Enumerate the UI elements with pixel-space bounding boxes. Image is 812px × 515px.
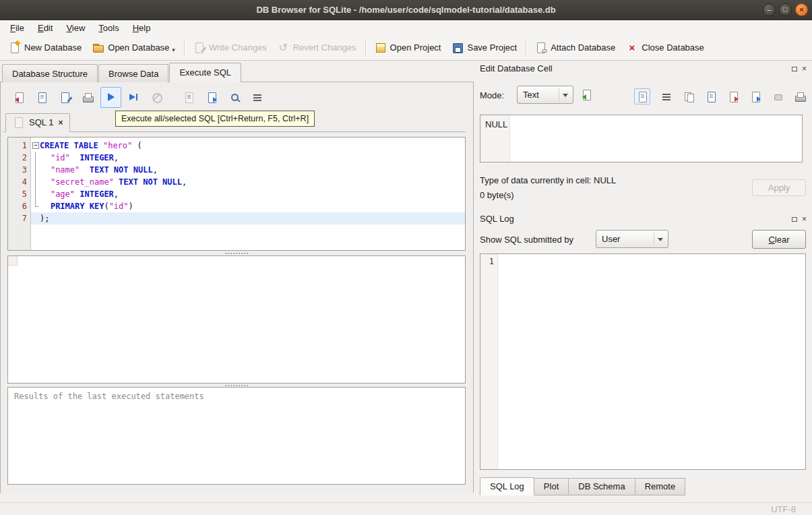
close-window-icon[interactable]: × xyxy=(795,3,808,16)
attach-database-icon xyxy=(535,42,546,53)
save-results-button[interactable] xyxy=(179,87,199,108)
sql-tab-label: SQL 1 xyxy=(29,117,53,127)
menu-file[interactable]: File xyxy=(4,22,30,34)
new-database-icon xyxy=(9,42,20,53)
cell-print-icon[interactable] xyxy=(794,91,806,102)
export-results-icon xyxy=(206,92,218,103)
encoding-label: UTF-8 xyxy=(771,504,796,514)
sql-log-title: SQL Log xyxy=(480,214,514,224)
write-changes-button[interactable]: Write Changes xyxy=(188,38,272,57)
execute-tooltip: Execute all/selected SQL [Ctrl+Return, F… xyxy=(115,111,315,127)
open-database-button[interactable]: Open Database ▾ xyxy=(87,38,181,57)
menu-view[interactable]: View xyxy=(60,22,91,34)
log-filter-select[interactable]: User xyxy=(596,230,668,248)
menu-bar: File Edit View Tools Help xyxy=(0,20,812,35)
results-placeholder: Results of the last executed statements xyxy=(14,392,204,401)
save-project-button[interactable]: Save Project xyxy=(446,38,522,57)
save-project-icon xyxy=(451,42,463,53)
paste-icon[interactable] xyxy=(706,91,717,102)
execute-sql-panel: Execute all/selected SQL [Ctrl+Return, F… xyxy=(0,82,474,493)
copy-icon[interactable] xyxy=(683,91,695,102)
attach-database-button[interactable]: Attach Database xyxy=(530,38,621,57)
execute-all-icon xyxy=(105,92,117,103)
cell-word-wrap-icon[interactable] xyxy=(661,91,673,102)
cell-editor[interactable]: NULL xyxy=(480,115,803,162)
clear-log-button[interactable]: Clear xyxy=(752,230,806,249)
close-database-icon: × xyxy=(626,42,637,53)
dock-tab-remote[interactable]: Remote xyxy=(635,478,686,495)
results-message-pane: Results of the last executed statements xyxy=(7,387,466,485)
import-data-icon[interactable] xyxy=(750,91,761,102)
undock-edit-cell-icon[interactable] xyxy=(792,67,797,71)
open-sql-file-icon xyxy=(13,92,25,103)
log-filter-label: Show SQL submitted by xyxy=(480,235,573,245)
import-text-button[interactable] xyxy=(576,85,596,104)
dock-tab-sql-log[interactable]: SQL Log xyxy=(480,477,534,495)
log-filter-value: User xyxy=(602,234,620,244)
status-bar: UTF-8 xyxy=(0,502,812,515)
close-sql-log-icon[interactable]: × xyxy=(802,215,807,223)
apply-button[interactable]: Apply xyxy=(752,179,806,196)
export-results-button[interactable] xyxy=(201,87,222,108)
open-database-dropdown-icon[interactable]: ▾ xyxy=(172,47,175,53)
word-wrap-button[interactable] xyxy=(247,87,268,108)
find-replace-button[interactable] xyxy=(224,87,245,108)
mode-value: Text xyxy=(523,90,539,100)
print-sql-button[interactable] xyxy=(77,87,98,108)
close-database-button[interactable]: × Close Database xyxy=(621,38,710,57)
revert-changes-button[interactable]: ↺ Revert Changes xyxy=(272,38,362,57)
title-bar: DB Browser for SQLite - /home/user/code/… xyxy=(0,0,812,20)
main-tab-bar: Database Structure Browse Data Execute S… xyxy=(0,61,474,82)
cell-value: NULL xyxy=(485,119,507,129)
text-document-button[interactable] xyxy=(634,88,650,104)
minimize-icon[interactable]: – xyxy=(763,3,776,16)
menu-edit[interactable]: Edit xyxy=(32,22,59,34)
dock-tab-db-schema[interactable]: DB Schema xyxy=(568,478,635,495)
menu-help[interactable]: Help xyxy=(127,22,157,34)
sql-tab-1[interactable]: SQL 1 × xyxy=(5,113,70,132)
dock-tab-bar: SQL Log Plot DB Schema Remote xyxy=(480,477,685,495)
menu-tools[interactable]: Tools xyxy=(92,22,125,34)
save-project-label: Save Project xyxy=(467,42,517,53)
sql-editor[interactable]: 1234567 CREATE TABLE "hero" ( "id" INTEG… xyxy=(7,137,466,251)
results-grid[interactable] xyxy=(7,255,466,384)
text-document-icon xyxy=(637,91,648,102)
right-dock: Edit Database Cell × Mode: Text NULL Typ… xyxy=(474,61,812,502)
mode-select[interactable]: Text xyxy=(517,86,573,104)
maximize-icon[interactable]: □ xyxy=(779,3,792,16)
sql-toolbar xyxy=(9,86,268,108)
save-sql-file-as-button[interactable] xyxy=(55,87,75,108)
toolbar-separator xyxy=(184,40,185,56)
open-database-label: Open Database xyxy=(108,42,169,53)
mode-label: Mode: xyxy=(480,90,504,100)
toolbar-separator xyxy=(365,40,366,56)
sql-log-area[interactable]: 1 xyxy=(480,253,806,470)
execute-current-line-button[interactable] xyxy=(123,87,144,108)
find-replace-icon xyxy=(229,92,241,103)
execute-current-line-icon xyxy=(128,92,139,103)
sql-editor-gutter: 1234567 xyxy=(8,138,31,250)
save-sql-file-button[interactable] xyxy=(32,87,53,108)
set-null-icon[interactable] xyxy=(772,91,784,102)
execute-all-button[interactable] xyxy=(100,87,121,108)
close-tab-icon[interactable]: × xyxy=(58,119,63,127)
new-database-button[interactable]: New Database xyxy=(3,38,87,57)
open-project-button[interactable]: Open Project xyxy=(369,38,447,57)
sql-code-area[interactable]: CREATE TABLE "hero" ( "id" INTEGER, "nam… xyxy=(31,138,465,250)
open-project-icon xyxy=(375,42,386,53)
cell-type-info: Type of data currently in cell: NULL xyxy=(480,175,616,185)
tab-browse-data[interactable]: Browse Data xyxy=(98,64,168,82)
dock-tab-plot[interactable]: Plot xyxy=(534,478,569,495)
close-edit-cell-icon[interactable]: × xyxy=(802,65,807,73)
export-data-icon[interactable] xyxy=(728,91,739,102)
stop-icon xyxy=(151,92,162,103)
open-sql-file-button[interactable] xyxy=(9,87,30,108)
tab-database-structure[interactable]: Database Structure xyxy=(2,64,98,82)
undock-sql-log-icon[interactable] xyxy=(792,217,797,222)
stop-execution-button[interactable] xyxy=(146,87,167,108)
tab-execute-sql[interactable]: Execute SQL xyxy=(169,63,241,82)
save-sql-file-icon xyxy=(36,92,48,103)
app-window: DB Browser for SQLite - /home/user/code/… xyxy=(0,0,812,515)
edit-cell-dock-controls: × xyxy=(792,65,807,73)
write-changes-label: Write Changes xyxy=(209,42,267,53)
